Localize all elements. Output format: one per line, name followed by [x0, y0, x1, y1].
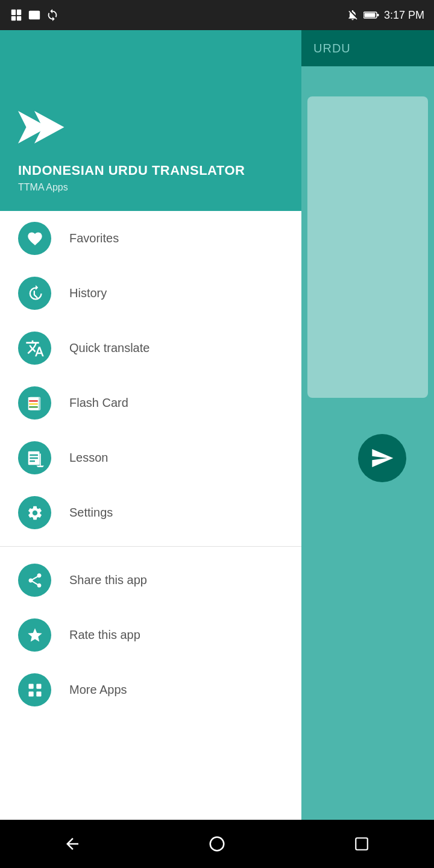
lesson-label: Lesson [69, 451, 108, 465]
sync-icon [46, 8, 59, 22]
menu-item-rate[interactable]: Rate this app [0, 608, 301, 662]
svg-point-26 [210, 837, 224, 851]
status-icons-right: 3:17 PM [347, 9, 424, 22]
more-apps-label: More Apps [69, 683, 127, 697]
menu-item-more-apps[interactable]: More Apps [0, 662, 301, 717]
more-apps-icon-wrap [18, 673, 51, 706]
svg-rect-7 [364, 13, 375, 17]
translate-icon-wrap [18, 332, 51, 365]
settings-label: Settings [69, 506, 113, 520]
share-label: Share this app [69, 573, 147, 587]
svg-rect-3 [17, 16, 21, 20]
svg-rect-13 [29, 400, 38, 402]
status-time: 3:17 PM [384, 9, 424, 22]
home-button[interactable] [202, 829, 232, 859]
menu-item-favorites[interactable]: Favorites [0, 211, 301, 266]
svg-rect-27 [356, 838, 368, 850]
back-icon [63, 835, 81, 853]
svg-rect-1 [17, 10, 21, 15]
main-content-area [307, 96, 428, 398]
svg-rect-17 [30, 454, 38, 456]
share-icon-wrap [18, 564, 51, 597]
recent-button[interactable] [347, 829, 377, 859]
flash-card-label: Flash Card [69, 396, 128, 410]
doc-icon [10, 8, 23, 22]
history-label: History [69, 286, 107, 300]
flash-card-icon-wrap [18, 386, 51, 420]
send-icon [370, 446, 394, 470]
menu-item-settings[interactable]: Settings [0, 485, 301, 540]
settings-icon-wrap [18, 496, 51, 529]
menu-item-lesson[interactable]: Lesson [0, 430, 301, 485]
app-subtitle: TTMA Apps [18, 182, 283, 193]
svg-rect-14 [29, 403, 38, 405]
lesson-icon [26, 449, 44, 467]
image-icon [28, 8, 41, 22]
logo-icon [18, 106, 72, 148]
svg-rect-22 [28, 684, 33, 688]
star-icon [27, 627, 43, 644]
status-icons-left [10, 8, 59, 22]
drawer-header: INDONESIAN URDU TRANSLATOR TTMA Apps [0, 30, 301, 211]
svg-rect-0 [11, 10, 16, 15]
favorites-label: Favorites [69, 231, 119, 245]
home-icon [208, 835, 226, 853]
menu-divider [0, 546, 301, 547]
drawer-menu: Favorites History Quick translate [0, 211, 301, 838]
notif-off-icon [347, 9, 359, 21]
favorites-icon-wrap [18, 222, 51, 255]
battery-icon [363, 9, 379, 21]
apps-icon [27, 682, 43, 699]
svg-rect-8 [377, 14, 379, 16]
recent-icon [354, 836, 370, 852]
translate-fab-button[interactable] [358, 434, 406, 482]
svg-point-5 [31, 13, 34, 15]
svg-rect-2 [11, 16, 16, 20]
app-title: INDONESIAN URDU TRANSLATOR [18, 163, 283, 178]
quick-translate-label: Quick translate [69, 341, 149, 355]
lesson-icon-wrap [18, 441, 51, 474]
svg-rect-24 [28, 691, 33, 696]
menu-item-history[interactable]: History [0, 266, 301, 321]
svg-rect-18 [30, 457, 38, 459]
svg-marker-21 [36, 465, 44, 467]
app-logo [18, 106, 283, 151]
rate-icon-wrap [18, 618, 51, 652]
menu-item-flash-card[interactable]: Flash Card [0, 376, 301, 430]
menu-item-quick-translate[interactable]: Quick translate [0, 321, 301, 376]
svg-rect-15 [29, 406, 38, 408]
share-icon [27, 572, 43, 589]
navigation-bar [0, 820, 434, 868]
svg-rect-19 [30, 460, 35, 462]
svg-rect-23 [36, 684, 41, 688]
heart-icon [27, 230, 43, 247]
navigation-drawer: INDONESIAN URDU TRANSLATOR TTMA Apps Fav… [0, 30, 301, 838]
rate-label: Rate this app [69, 628, 140, 642]
svg-rect-25 [36, 691, 41, 696]
main-header-label: URDU [313, 42, 351, 55]
menu-item-share[interactable]: Share this app [0, 553, 301, 608]
back-button[interactable] [57, 829, 87, 859]
status-bar: 3:17 PM [0, 0, 434, 30]
history-icon-wrap [18, 277, 51, 310]
translate-icon [25, 339, 45, 358]
flash-card-icon [26, 394, 44, 412]
clock-icon [27, 285, 43, 302]
gear-icon [27, 505, 43, 521]
